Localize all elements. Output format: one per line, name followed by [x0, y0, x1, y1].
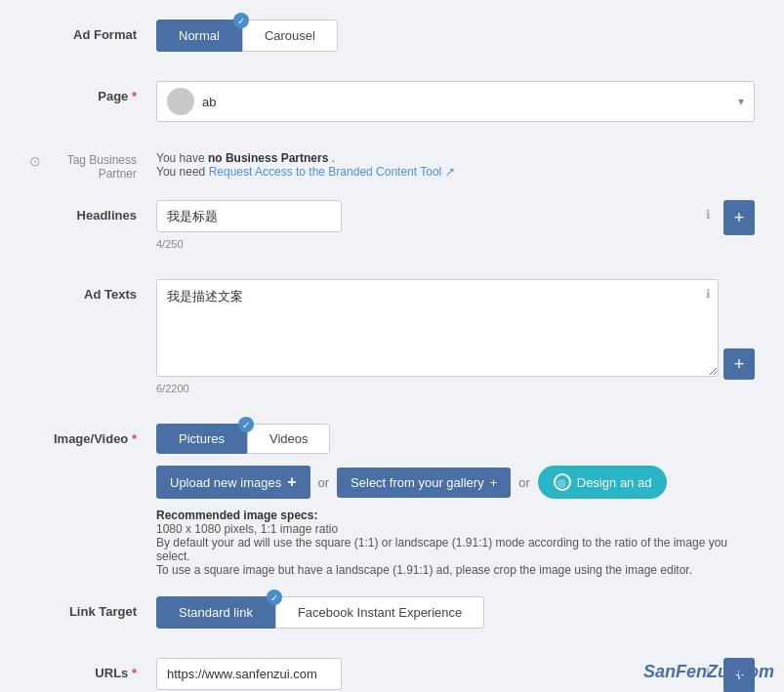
facebook-instant-btn[interactable]: Facebook Instant Experience: [275, 596, 484, 629]
link-target-content: Standard link Facebook Instant Experienc…: [156, 596, 755, 629]
tag-partner-row: ⊙ Tag Business Partner You have no Busin…: [29, 151, 755, 181]
page-name: ab: [202, 95, 738, 109]
headlines-row: Headlines ℹ + 4/250: [29, 200, 755, 260]
link-target-btn-group: Standard link Facebook Instant Experienc…: [156, 596, 755, 629]
ad-texts-textarea-wrapper: ℹ: [156, 279, 719, 380]
headlines-input-group: ℹ +: [156, 200, 755, 235]
ad-texts-info-icon[interactable]: ℹ: [706, 287, 711, 301]
image-video-required: *: [132, 431, 137, 446]
page-required-asterisk: *: [132, 89, 137, 103]
urls-input[interactable]: [156, 658, 342, 690]
image-video-label: Image/Video *: [29, 424, 156, 446]
ad-format-btn-group: Normal Carousel: [156, 20, 755, 52]
pictures-btn[interactable]: Pictures: [156, 424, 247, 454]
page-content: ab ▾: [156, 81, 755, 122]
ad-format-row: Ad Format Normal Carousel: [29, 20, 755, 61]
tag-partner-icon: ⊙: [29, 153, 41, 169]
branded-content-link[interactable]: Request Access to the Branded Content To…: [209, 165, 455, 179]
image-video-content: Pictures Videos Upload new images + or S…: [156, 424, 755, 577]
ad-texts-add-btn[interactable]: +: [723, 348, 755, 380]
image-video-row: Image/Video * Pictures Videos Upload new…: [29, 424, 755, 577]
urls-required: *: [132, 666, 137, 680]
headlines-char-count: 4/250: [156, 238, 755, 250]
urls-label: URLs *: [29, 658, 156, 680]
gallery-plus-icon: +: [490, 475, 498, 490]
ad-texts-input-group: ℹ +: [156, 279, 755, 380]
ad-format-content: Normal Carousel: [156, 20, 755, 52]
headlines-info-icon[interactable]: ℹ: [706, 208, 711, 222]
ad-texts-textarea[interactable]: [156, 279, 719, 377]
tag-partner-label: ⊙ Tag Business Partner: [29, 151, 156, 181]
ad-format-carousel-btn[interactable]: Carousel: [242, 20, 338, 52]
headlines-input-wrapper: ℹ: [156, 200, 719, 235]
page-dropdown-arrow: ▾: [738, 95, 744, 108]
tag-partner-content: You have no Business Partners . You need…: [156, 151, 755, 179]
form-container: Ad Format Normal Carousel Page * ab ▾ ⊙ …: [0, 0, 784, 692]
headlines-input[interactable]: [156, 200, 342, 232]
image-specs: Recommended image specs: 1080 x 1080 pix…: [156, 509, 755, 577]
design-ad-btn[interactable]: ◎ Design an ad: [538, 466, 668, 499]
no-partners-text: no Business Partners: [208, 151, 328, 165]
or-text-2: or: [518, 475, 530, 490]
page-label: Page *: [29, 81, 156, 103]
headlines-content: ℹ + 4/250: [156, 200, 755, 250]
page-row: Page * ab ▾: [29, 81, 755, 132]
headlines-add-btn[interactable]: +: [723, 200, 755, 235]
ad-format-label: Ad Format: [29, 20, 156, 42]
design-circle-icon: ◎: [554, 473, 571, 491]
upload-row: Upload new images + or Select from your …: [156, 466, 755, 499]
link-target-row: Link Target Standard link Facebook Insta…: [29, 596, 755, 638]
ad-texts-content: ℹ + 6/2200: [156, 279, 755, 394]
select-gallery-btn[interactable]: Select from your gallery +: [337, 468, 511, 498]
standard-link-btn[interactable]: Standard link: [156, 596, 275, 629]
link-target-label: Link Target: [29, 596, 156, 619]
or-text-1: or: [318, 475, 330, 490]
ad-texts-row: Ad Texts ℹ + 6/2200: [29, 279, 755, 404]
page-avatar: [167, 88, 194, 115]
ad-texts-char-count: 6/2200: [156, 383, 755, 394]
urls-input-wrapper: ℹ: [156, 658, 719, 692]
videos-btn[interactable]: Videos: [247, 424, 331, 454]
upload-new-images-btn[interactable]: Upload new images +: [156, 466, 310, 499]
page-select-dropdown[interactable]: ab ▾: [156, 81, 755, 122]
ad-texts-label: Ad Texts: [29, 279, 156, 302]
external-link-icon: ↗: [445, 165, 455, 179]
headlines-label: Headlines: [29, 200, 156, 223]
ad-format-normal-btn[interactable]: Normal: [156, 20, 242, 52]
upload-plus-icon: +: [287, 473, 296, 491]
media-type-btn-group: Pictures Videos: [156, 424, 755, 454]
watermark: SanFenZui.com: [643, 662, 774, 682]
